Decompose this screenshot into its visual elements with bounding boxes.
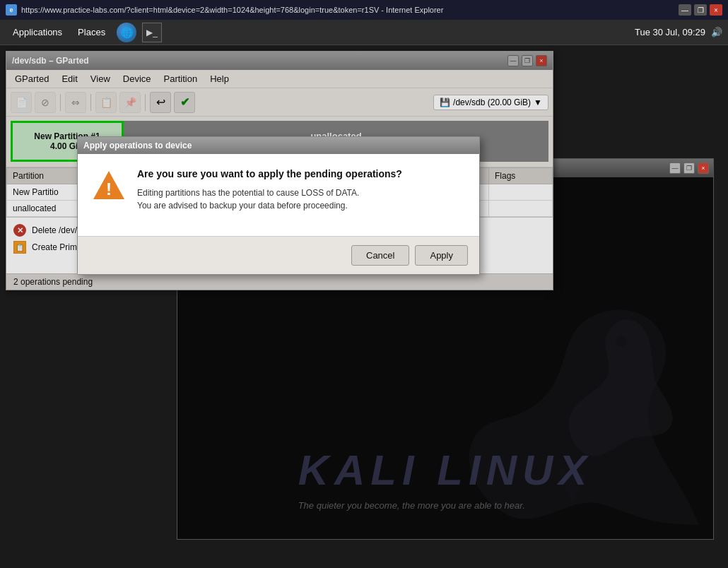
dialog-titlebar: Apply operations to device — [78, 137, 479, 154]
taskbar: Applications Places 🌐 ▶_ Tue 30 Jul, 09:… — [0, 20, 728, 45]
svg-text:!: ! — [106, 179, 112, 199]
places-menu[interactable]: Places — [71, 24, 112, 40]
dialog-question: Are you sure you want to apply the pendi… — [137, 168, 402, 179]
dialog-overlay: Apply operations to device ! Are you sur… — [6, 52, 553, 290]
minimize-button[interactable]: — — [679, 4, 691, 16]
apply-dialog: Apply operations to device ! Are you sur… — [77, 136, 480, 275]
dialog-buttons: Cancel Apply — [78, 236, 479, 274]
terminal-launcher[interactable]: ▶_ — [142, 23, 162, 42]
applications-menu[interactable]: Applications — [6, 24, 69, 40]
datetime-display: Tue 30 Jul, 09:29 — [635, 27, 705, 37]
window-controls: — ❐ × — [679, 4, 722, 16]
kali-close-btn[interactable]: × — [698, 162, 709, 174]
dialog-header-row: ! Are you sure you want to apply the pen… — [92, 168, 465, 212]
browser-title: https://www.practice-labs.com/?client=ht… — [21, 6, 443, 14]
dialog-title: Apply operations to device — [83, 141, 192, 150]
taskbar-left: Applications Places 🌐 ▶_ — [6, 23, 163, 42]
taskbar-right: Tue 30 Jul, 09:29 🔊 — [635, 27, 722, 37]
warning-triangle-svg: ! — [92, 168, 126, 202]
browser-favicon: e — [6, 4, 17, 16]
svg-point-0 — [616, 336, 627, 347]
dialog-warning-line2: You are advised to backup your data befo… — [137, 199, 402, 212]
dialog-text-block: Are you sure you want to apply the pendi… — [137, 168, 402, 212]
main-area: — ❐ × KALI LINUX The quieter you become,… — [0, 45, 728, 568]
apply-dialog-button[interactable]: Apply — [415, 245, 468, 266]
kali-logo: KALI LINUX The quieter you become, the m… — [298, 446, 593, 511]
browser-launcher[interactable]: 🌐 — [117, 23, 136, 42]
restore-button[interactable]: ❐ — [694, 4, 707, 16]
dialog-warning-line1: Editing partitions has the potential to … — [137, 187, 402, 199]
cancel-button[interactable]: Cancel — [351, 245, 409, 266]
volume-icon[interactable]: 🔊 — [711, 27, 722, 37]
warning-icon: ! — [92, 168, 126, 202]
dialog-content: ! Are you sure you want to apply the pen… — [78, 154, 479, 236]
gparted-window: /dev/sdb – GParted — ❐ × GParted Edit Vi… — [6, 51, 553, 290]
close-button[interactable]: × — [710, 4, 722, 16]
browser-titlebar: e https://www.practice-labs.com/?client=… — [0, 0, 728, 20]
kali-minimize-btn[interactable]: — — [669, 162, 681, 174]
kali-restore-btn[interactable]: ❐ — [683, 162, 695, 174]
